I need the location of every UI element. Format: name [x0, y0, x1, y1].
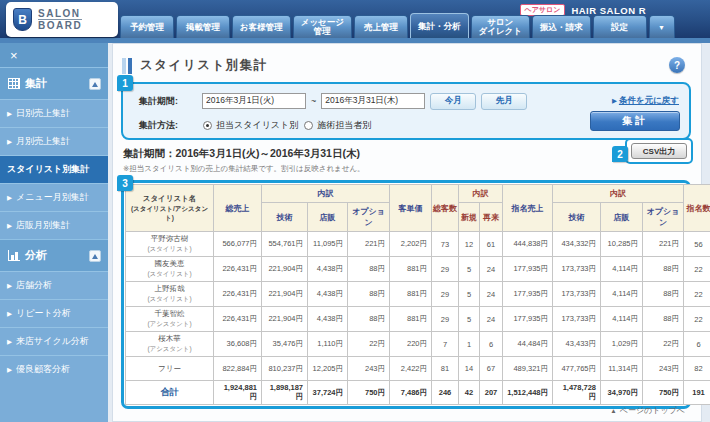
nav-tab-more-dropdown[interactable]: ▼: [649, 15, 675, 38]
sidebar-item-daily-sales[interactable]: ▶ 日別売上集計: [0, 99, 108, 127]
table-cell: 24: [480, 257, 503, 282]
sidebar-item-visit-cycle-analysis[interactable]: ▶ 来店サイクル分析: [0, 327, 108, 355]
table-cell: 7: [432, 332, 459, 357]
sidebar-close-button[interactable]: ×: [0, 43, 108, 67]
sidebar-item-menu-monthly[interactable]: ▶ メニュー月別集計: [0, 183, 108, 211]
table-cell: 44,484円: [503, 332, 553, 357]
table-cell: 14: [459, 357, 480, 381]
arrow-right-icon: ▶: [7, 338, 12, 346]
table-cell: 22: [684, 257, 710, 282]
table-cell: 881円: [390, 257, 432, 282]
sidebar-item-monthly-sales[interactable]: ▶ 月別売上集計: [0, 127, 108, 155]
last-month-button[interactable]: 先月: [481, 93, 527, 110]
table-body: 平野弥古樹(スタイリスト)566,077円554,761円11,095円221円…: [126, 232, 710, 405]
help-icon[interactable]: ?: [669, 57, 685, 73]
table-cell: 1,029円: [601, 332, 643, 357]
table-cell: 29: [432, 307, 459, 332]
arrow-right-icon: ▶: [7, 194, 12, 202]
table-cell: 73: [432, 232, 459, 257]
sidebar-item-retail-monthly[interactable]: ▶ 店販月別集計: [0, 211, 108, 239]
csv-export-button[interactable]: CSV出力: [631, 143, 687, 159]
radio-selected-icon[interactable]: [203, 121, 212, 130]
table-cell: 88円: [643, 307, 684, 332]
reset-conditions-link[interactable]: ▶ 条件を元に戻す: [612, 95, 679, 107]
salon-board-logo[interactable]: B SALON BOARD: [6, 2, 118, 37]
table-cell: 61: [480, 232, 503, 257]
table-cell: 5: [459, 307, 480, 332]
date-from-input[interactable]: [202, 93, 306, 109]
collapse-arrow-icon[interactable]: [89, 250, 101, 262]
table-row: フリー822,884円810,237円12,205円243円2,422円8114…: [126, 357, 710, 381]
table-cell: 173,733円: [553, 307, 601, 332]
col-new: 新規: [459, 203, 480, 232]
nav-tab-customers[interactable]: お客様管理: [232, 15, 291, 38]
page-top-link[interactable]: ▲ ページのトップへ: [610, 405, 685, 416]
stylist-name: 桜木華: [127, 334, 212, 344]
table-cell: 191: [684, 381, 710, 405]
table-cell: 7,486円: [390, 381, 432, 405]
radio-by-stylist[interactable]: 担当スタイリスト別: [203, 119, 298, 132]
arrow-right-icon: ▶: [7, 138, 12, 146]
sidebar: × 集計 ▶ 日別売上集計 ▶ 月別売上集計 スタイリスト別集計 ▶ メニュー月…: [0, 43, 108, 422]
table-cell: 67: [480, 357, 503, 381]
table-cell: 4,438円: [308, 307, 348, 332]
collapse-arrow-icon[interactable]: [89, 78, 101, 90]
nav-tab-messages[interactable]: メッセージ 管理: [293, 15, 352, 38]
table-cell: 88円: [348, 307, 390, 332]
annotation-badge-2: 2: [612, 146, 628, 162]
table-cell: 36,608円: [214, 332, 262, 357]
col-total-customers: 総客数: [432, 185, 459, 232]
radio-unselected-icon[interactable]: [304, 121, 313, 130]
shield-logo-icon: B: [13, 8, 32, 31]
col-avg-price: 客単価: [390, 185, 432, 232]
table-cell: 750円: [348, 381, 390, 405]
table-cell: 1,898,187円: [262, 381, 308, 405]
sidebar-item-label: 優良顧客分析: [16, 363, 70, 376]
arrow-right-icon: ▶: [7, 366, 12, 374]
brand-line2: BOARD: [38, 20, 82, 31]
aggregate-button[interactable]: 集計: [590, 111, 680, 131]
nav-tab-salon-direct[interactable]: サロン ダイレクト: [471, 15, 531, 38]
table-cell: 207: [480, 381, 503, 405]
table-cell: 42: [459, 381, 480, 405]
sidebar-item-stylist-aggregation[interactable]: スタイリスト別集計: [0, 155, 108, 183]
table-cell: 489,321円: [503, 357, 553, 381]
stylist-name-cell: 國友美恵(スタイリスト): [126, 257, 214, 282]
stylist-name: 國友美恵: [127, 259, 212, 269]
sidebar-item-loyal-customer-analysis[interactable]: ▶ 優良顧客分析: [0, 355, 108, 383]
table-cell: 22円: [643, 332, 684, 357]
date-to-input[interactable]: [321, 93, 425, 109]
col-nomination-sales: 指名売上: [503, 185, 553, 232]
nav-tab-reservation[interactable]: 予約管理: [120, 15, 174, 38]
sidebar-section-aggregation: 集計: [0, 67, 108, 99]
this-month-button[interactable]: 今月: [430, 93, 476, 110]
table-cell: 1,924,881円: [214, 381, 262, 405]
col-stylist-line1: スタイリスト名: [127, 194, 212, 204]
sidebar-section-title: 集計: [25, 76, 47, 91]
stylist-role: (スタイリスト): [127, 295, 212, 304]
col-breakdown-sales: 内訳: [262, 185, 390, 203]
table-cell: 177,935円: [503, 307, 553, 332]
nav-tab-settings[interactable]: 設定: [593, 15, 647, 38]
title-accent-bar: [128, 58, 132, 74]
nav-tab-sales[interactable]: 売上管理: [354, 15, 408, 38]
table-cell: 221,904円: [262, 257, 308, 282]
radio-by-practitioner[interactable]: 施術担当者別: [304, 119, 371, 132]
sidebar-item-label: 店舗分析: [16, 279, 52, 292]
table-cell: 29: [432, 257, 459, 282]
table-cell: 11,314円: [601, 357, 643, 381]
sidebar-item-store-analysis[interactable]: ▶ 店舗分析: [0, 271, 108, 299]
sidebar-section-analysis: 分析: [0, 239, 108, 271]
radio-by-stylist-label: 担当スタイリスト別: [216, 119, 298, 132]
nav-tab-listing[interactable]: 掲載管理: [176, 15, 230, 38]
table-cell: 88円: [348, 257, 390, 282]
nav-tab-billing[interactable]: 振込・請求: [532, 15, 591, 38]
stylist-name: 千葉智絵: [127, 309, 212, 319]
table-total-row: 合計1,924,881円1,898,187円37,724円750円7,486円2…: [126, 381, 710, 405]
brand-text: SALON BOARD: [38, 8, 82, 31]
stylist-name: 合計: [127, 386, 212, 399]
sidebar-item-repeat-analysis[interactable]: ▶ リピート分析: [0, 299, 108, 327]
table-cell: 243円: [643, 357, 684, 381]
stylist-name: 平野弥古樹: [127, 234, 212, 244]
nav-tab-analytics[interactable]: 集計・分析: [410, 13, 469, 38]
